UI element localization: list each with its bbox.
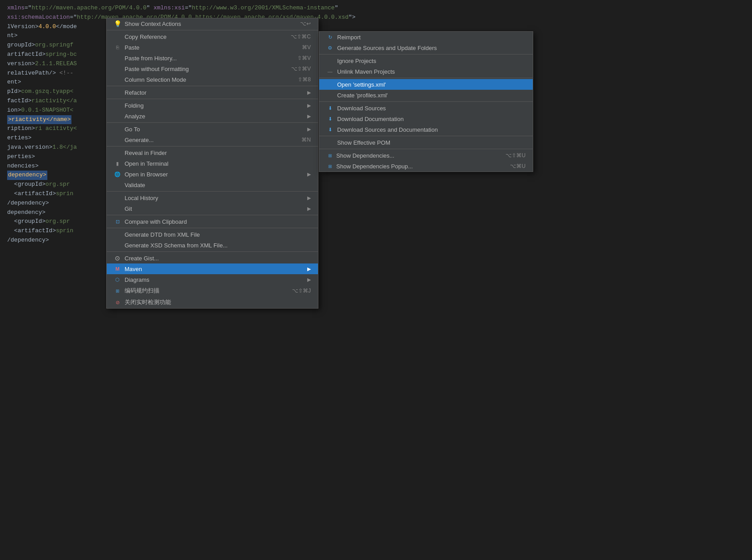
submenu-show-dependencies-popup[interactable]: ⊞ Show Dependencies Popup... ⌥⌘U: [319, 161, 533, 171]
bulb-icon: 💡: [114, 20, 121, 27]
submenu-open-settings[interactable]: Open 'settings.xml': [319, 79, 533, 90]
menu-item-show-context-actions[interactable]: 💡 Show Context Actions ⌥↩: [107, 18, 318, 29]
menu-item-copy-reference[interactable]: Copy Reference ⌥⇧⌘C: [107, 31, 318, 42]
submenu-show-effective-pom[interactable]: Show Effective POM: [319, 137, 533, 148]
terminal-icon: ▮: [114, 160, 121, 167]
deps-icon: ⊞: [326, 152, 334, 159]
submenu-sep-4: [319, 136, 533, 136]
submenu-label-download-docs: Download Documentation: [337, 116, 404, 122]
menu-item-local-history[interactable]: Local History ▶: [107, 192, 318, 203]
menu-label-column-selection: Column Selection Mode: [125, 76, 186, 83]
menu-item-paste-from-history[interactable]: Paste from History... ⇧⌘V: [107, 53, 318, 63]
menu-item-column-selection[interactable]: Column Selection Mode ⇧⌘8: [107, 74, 318, 85]
github-icon: ⊙: [114, 255, 121, 262]
submenu-label-unlink-maven: Unlink Maven Projects: [337, 68, 395, 75]
folding-arrow: ▶: [307, 103, 311, 109]
submenu-label-download-sources: Download Sources: [337, 105, 386, 112]
menu-item-maven[interactable]: M Maven ▶ ↻ Reimport ⚙ Generate Sources …: [107, 263, 318, 274]
editor-line-1: xmlns="http://maven.apache.org/POM/4.0.0…: [7, 4, 745, 13]
menu-item-generate-xsd[interactable]: Generate XSD Schema from XML File...: [107, 240, 318, 251]
submenu-show-dependencies[interactable]: ⊞ Show Dependencies... ⌥⇧⌘U: [319, 150, 533, 161]
browser-icon: 🌐: [114, 171, 121, 178]
diagrams-arrow: ▶: [307, 277, 311, 283]
gen-sources-icon: ⚙: [326, 44, 334, 51]
diagrams-icon: ⬡: [114, 276, 121, 283]
maven-icon: M: [114, 265, 121, 272]
shortcut-show-dependencies: ⌥⇧⌘U: [506, 152, 526, 159]
go-to-icon: [114, 125, 121, 133]
shortcut-copy-reference: ⌥⇧⌘C: [291, 33, 311, 40]
submenu-download-sources-docs[interactable]: ⬇ Download Sources and Documentation: [319, 124, 533, 135]
submenu-label-show-effective-pom: Show Effective POM: [337, 139, 390, 146]
menu-label-generate-xsd: Generate XSD Schema from XML File...: [125, 242, 228, 249]
submenu-unlink-maven[interactable]: — Unlink Maven Projects: [319, 66, 533, 77]
submenu-ignore-projects[interactable]: Ignore Projects: [319, 55, 533, 66]
dtd-icon: [114, 231, 121, 238]
submenu-label-open-settings: Open 'settings.xml': [337, 81, 386, 88]
menu-label-git: Git: [125, 205, 132, 212]
settings-xml-icon: [326, 81, 334, 88]
submenu-reimport[interactable]: ↻ Reimport: [319, 32, 533, 42]
submenu-sep-2: [319, 78, 533, 78]
maven-submenu: ↻ Reimport ⚙ Generate Sources and Update…: [319, 31, 533, 172]
menu-item-create-gist[interactable]: ⊙ Create Gist...: [107, 253, 318, 263]
bianma-icon: ⊞: [114, 287, 121, 294]
menu-item-compare-clipboard[interactable]: ⊡ Compare with Clipboard: [107, 216, 318, 227]
shortcut-bianma: ⌥⇧⌘J: [292, 288, 311, 294]
menu-label-bianma: 编码规约扫描: [125, 287, 159, 295]
separator-9: [107, 251, 318, 252]
menu-item-refactor[interactable]: Refactor ▶: [107, 87, 318, 98]
menu-label-paste-from-history: Paste from History...: [125, 55, 177, 62]
submenu-sep-5: [319, 149, 533, 149]
context-menu: 💡 Show Context Actions ⌥↩ Copy Reference…: [106, 18, 318, 309]
submenu-label-ignore-projects: Ignore Projects: [337, 58, 376, 64]
submenu-label-show-dependencies: Show Dependencies...: [336, 152, 394, 159]
separator-5: [107, 146, 318, 146]
menu-item-analyze[interactable]: Analyze ▶: [107, 111, 318, 121]
menu-item-terminal[interactable]: ▮ Open in Terminal: [107, 158, 318, 169]
submenu-download-sources[interactable]: ⬇ Download Sources: [319, 103, 533, 113]
menu-label-terminal: Open in Terminal: [125, 160, 168, 167]
submenu-generate-sources[interactable]: ⚙ Generate Sources and Update Folders: [319, 42, 533, 53]
menu-item-bianma[interactable]: ⊞ 编码规约扫描 ⌥⇧⌘J: [107, 285, 318, 297]
separator-8: [107, 228, 318, 228]
menu-item-folding[interactable]: Folding ▶: [107, 100, 318, 111]
deps-popup-icon: ⊞: [326, 163, 334, 170]
paste-no-format-icon: [114, 65, 121, 72]
submenu-label-create-profiles: Create 'profiles.xml': [337, 92, 388, 99]
paste-icon: ⎘: [114, 44, 121, 51]
paste-history-icon: [114, 54, 121, 62]
menu-label-guanbi: 关闭实时检测功能: [125, 298, 171, 306]
copy-reference-icon: [114, 33, 121, 40]
menu-item-validate[interactable]: Validate: [107, 180, 318, 190]
menu-item-browser[interactable]: 🌐 Open in Browser ▶: [107, 169, 318, 180]
submenu-sep-1: [319, 54, 533, 54]
effective-pom-icon: [326, 139, 334, 146]
menu-item-generate-dtd[interactable]: Generate DTD from XML File: [107, 229, 318, 240]
menu-item-diagrams[interactable]: ⬡ Diagrams ▶: [107, 274, 318, 285]
menu-label-generate-dtd: Generate DTD from XML File: [125, 231, 200, 238]
compare-icon: ⊡: [114, 218, 121, 225]
menu-item-go-to[interactable]: Go To ▶: [107, 124, 318, 134]
submenu-label-download-sources-docs: Download Sources and Documentation: [337, 126, 438, 133]
menu-label-paste: Paste: [125, 44, 139, 51]
menu-item-paste-without-formatting[interactable]: Paste without Formatting ⌥⇧⌘V: [107, 63, 318, 74]
menu-label-show-context-actions: Show Context Actions: [125, 21, 181, 27]
submenu-create-profiles[interactable]: Create 'profiles.xml': [319, 90, 533, 100]
menu-item-guanbi[interactable]: ⊘ 关闭实时检测功能: [107, 297, 318, 308]
menu-label-go-to: Go To: [125, 126, 140, 133]
xsd-icon: [114, 242, 121, 249]
menu-item-git[interactable]: Git ▶: [107, 203, 318, 214]
menu-label-reveal-finder: Reveal in Finder: [125, 150, 167, 156]
submenu-download-docs[interactable]: ⬇ Download Documentation: [319, 113, 533, 124]
menu-item-paste[interactable]: ⎘ Paste ⌘V: [107, 42, 318, 53]
column-select-icon: [114, 76, 121, 83]
submenu-label-show-dependencies-popup: Show Dependencies Popup...: [336, 163, 413, 170]
guanbi-icon: ⊘: [114, 299, 121, 306]
editor-line-13: >riactivity</name>: [7, 115, 71, 125]
submenu-label-reimport: Reimport: [337, 34, 361, 41]
menu-label-generate: Generate...: [125, 137, 154, 143]
menu-item-reveal-finder[interactable]: Reveal in Finder: [107, 147, 318, 158]
separator-6: [107, 191, 318, 192]
menu-item-generate[interactable]: Generate... ⌘N: [107, 134, 318, 145]
